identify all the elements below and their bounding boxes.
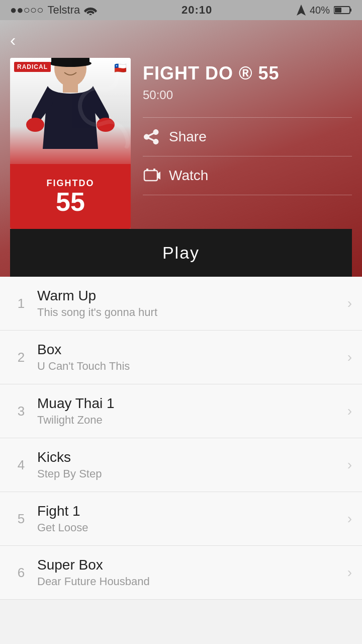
chevron-right-icon: ›	[347, 457, 352, 473]
track-number: 1	[10, 296, 32, 311]
album-bottom: FIGHTDO 55	[10, 164, 131, 229]
track-number: 3	[10, 404, 32, 419]
hero-info: FIGHT DO ® 55 50:00 Share	[143, 58, 352, 195]
track-info: Warm Up This song it's gonna hurt	[32, 288, 347, 319]
album-cover: FIGHTDO 55 RADICAL 🇨🇱	[10, 58, 131, 229]
chevron-right-icon: ›	[347, 295, 352, 311]
track-number: 4	[10, 457, 32, 473]
carrier-name: Telstra	[47, 4, 80, 17]
play-button[interactable]: Play	[10, 229, 352, 277]
chevron-right-icon: ›	[347, 565, 352, 581]
track-number: 2	[10, 350, 32, 365]
radical-badge: RADICAL	[14, 62, 51, 72]
track-name: Super Box	[37, 557, 347, 573]
share-label: Share	[169, 129, 207, 145]
status-time: 20:10	[182, 4, 212, 17]
track-name: Fight 1	[37, 503, 347, 519]
hero-actions: Share Watch	[143, 117, 352, 195]
svg-rect-2	[350, 9, 351, 12]
track-song: Twilight Zone	[37, 414, 347, 427]
chile-flag: 🇨🇱	[114, 62, 127, 74]
svg-rect-12	[146, 169, 148, 171]
chevron-right-icon: ›	[347, 349, 352, 365]
watch-icon	[143, 167, 161, 185]
track-song: Get Loose	[37, 521, 347, 534]
track-list: 1 Warm Up This song it's gonna hurt › 2 …	[0, 277, 362, 600]
track-song: U Can't Touch This	[37, 360, 347, 373]
hero-content: FIGHTDO 55 RADICAL 🇨🇱 FIGHT DO ® 55 50:0…	[10, 58, 352, 229]
hero-duration: 50:00	[143, 88, 352, 102]
chevron-right-icon: ›	[347, 511, 352, 527]
hero-title: FIGHT DO ® 55	[143, 63, 352, 84]
share-button[interactable]: Share	[143, 117, 352, 156]
track-song: Dear Future Housband	[37, 575, 347, 588]
track-info: Box U Can't Touch This	[32, 342, 347, 373]
share-icon	[143, 128, 161, 146]
status-left: ●●○○○ Telstra	[10, 4, 97, 17]
track-number: 5	[10, 511, 32, 527]
signal-dots: ●●○○○	[10, 4, 43, 17]
track-item[interactable]: 6 Super Box Dear Future Housband ›	[0, 546, 362, 600]
watch-label: Watch	[169, 168, 208, 184]
track-info: Super Box Dear Future Housband	[32, 557, 347, 588]
track-item[interactable]: 1 Warm Up This song it's gonna hurt ›	[0, 277, 362, 331]
track-number: 6	[10, 565, 32, 581]
status-right: 40%	[297, 5, 352, 16]
battery-percent: 40%	[310, 5, 330, 16]
location-icon	[297, 5, 306, 16]
back-button[interactable]: ‹	[10, 30, 16, 50]
track-song: Step By Step	[37, 467, 347, 480]
chevron-right-icon: ›	[347, 403, 352, 419]
track-name: Box	[37, 342, 347, 358]
track-info: Fight 1 Get Loose	[32, 503, 347, 534]
track-item[interactable]: 4 Kicks Step By Step ›	[0, 438, 362, 492]
wifi-icon	[84, 5, 97, 15]
track-song: This song it's gonna hurt	[37, 306, 347, 319]
status-bar: ●●○○○ Telstra 20:10 40%	[0, 0, 362, 20]
track-info: Kicks Step By Step	[32, 449, 347, 480]
track-name: Warm Up	[37, 288, 347, 304]
svg-rect-11	[144, 171, 157, 181]
track-name: Kicks	[37, 449, 347, 465]
hero-section: ‹	[0, 20, 362, 277]
track-item[interactable]: 3 Muay Thai 1 Twilight Zone ›	[0, 384, 362, 438]
battery-icon	[334, 6, 352, 15]
track-info: Muay Thai 1 Twilight Zone	[32, 395, 347, 427]
svg-point-0	[89, 14, 92, 16]
watch-button[interactable]: Watch	[143, 156, 352, 195]
track-name: Muay Thai 1	[37, 395, 347, 412]
album-number-text: 55	[56, 189, 85, 215]
track-item[interactable]: 2 Box U Can't Touch This ›	[0, 331, 362, 384]
svg-rect-3	[335, 8, 341, 13]
svg-point-8	[26, 118, 44, 132]
svg-rect-13	[153, 169, 155, 171]
track-item[interactable]: 5 Fight 1 Get Loose ›	[0, 492, 362, 546]
